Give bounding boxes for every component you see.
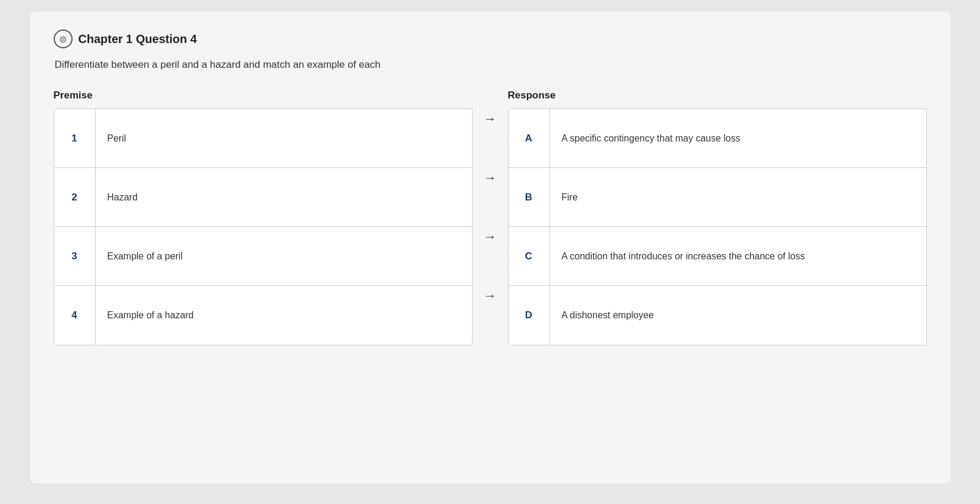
premise-section: Premise 1 Peril 2 Hazard 3 Example of a …: [54, 90, 473, 345]
response-label: Response: [508, 90, 927, 101]
response-text-d: A dishonest employee: [550, 286, 926, 345]
response-text-b: Fire: [550, 168, 926, 226]
premise-row-3: 3 Example of a peril: [54, 227, 472, 286]
response-section: Response A A specific contingency that m…: [508, 90, 927, 345]
response-table: A A specific contingency that may cause …: [508, 108, 927, 345]
columns-layout: Premise 1 Peril 2 Hazard 3 Example of a …: [54, 90, 927, 345]
arrow-2: →: [484, 149, 497, 207]
premise-row-1: 1 Peril: [54, 109, 472, 168]
premise-text-1: Peril: [96, 109, 472, 167]
response-row-d: D A dishonest employee: [509, 286, 926, 345]
arrow-4: →: [484, 266, 497, 325]
arrow-3: →: [484, 207, 497, 266]
premise-text-2: Hazard: [96, 168, 472, 226]
arrow-column: → → → →: [473, 90, 508, 325]
response-letter-a: A: [509, 109, 550, 167]
premise-num-4: 4: [54, 286, 96, 345]
premise-row-2: 2 Hazard: [54, 168, 472, 227]
question-text: Differentiate between a peril and a haza…: [55, 59, 927, 71]
question-icon: ⊜: [54, 29, 73, 48]
response-letter-d: D: [509, 286, 550, 345]
quiz-card: ⊜ Chapter 1 Question 4 Differentiate bet…: [30, 12, 950, 483]
response-letter-c: C: [509, 227, 550, 285]
response-letter-b: B: [509, 168, 550, 226]
premise-table: 1 Peril 2 Hazard 3 Example of a peril 4 …: [54, 108, 473, 345]
response-text-c: A condition that introduces or increases…: [550, 227, 926, 285]
premise-text-4: Example of a hazard: [96, 286, 472, 345]
response-row-c: C A condition that introduces or increas…: [509, 227, 926, 286]
chapter-title: Chapter 1 Question 4: [78, 32, 197, 46]
response-text-a: A specific contingency that may cause lo…: [550, 109, 926, 167]
response-row-a: A A specific contingency that may cause …: [509, 109, 926, 168]
premise-num-2: 2: [54, 168, 96, 226]
arrow-1: →: [484, 90, 497, 149]
premise-label: Premise: [54, 90, 473, 101]
header: ⊜ Chapter 1 Question 4: [54, 29, 927, 48]
premise-num-3: 3: [54, 227, 96, 285]
premise-num-1: 1: [54, 109, 96, 167]
premise-row-4: 4 Example of a hazard: [54, 286, 472, 345]
response-row-b: B Fire: [509, 168, 926, 227]
premise-text-3: Example of a peril: [96, 227, 472, 285]
